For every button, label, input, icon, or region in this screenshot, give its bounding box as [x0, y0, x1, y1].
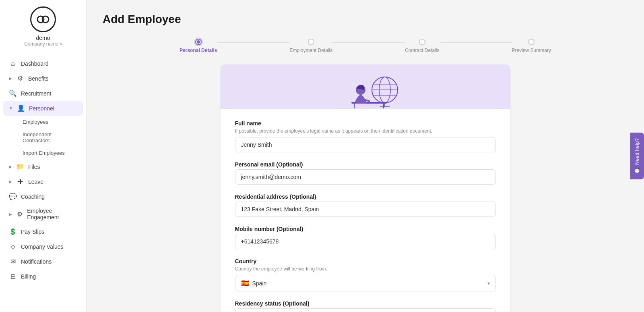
sidebar-item-coaching[interactable]: 💬 Coaching: [3, 189, 83, 204]
leave-icon: ✚: [16, 178, 24, 185]
country-label: Country: [235, 258, 496, 264]
mobile-number-input[interactable]: [235, 234, 496, 249]
sidebar-item-label: Benefits: [28, 75, 49, 82]
sidebar-item-import-employees[interactable]: Import Employees: [17, 147, 83, 159]
values-icon: ◇: [9, 243, 17, 250]
chevron-right-icon: ▶: [9, 212, 12, 216]
sidebar: demo Company name ⌂ Dashboard ▶ ⚙ Benefi…: [0, 0, 87, 312]
step-circle-1: [195, 39, 202, 45]
sidebar-item-label: Billing: [21, 273, 36, 280]
sidebar-item-independent-contractors[interactable]: Independent Contractors: [17, 128, 83, 147]
step-line-1: [217, 42, 289, 43]
sidebar-item-label: Notifications: [21, 258, 52, 265]
step-preview-summary: Preview Summary: [512, 39, 551, 53]
sidebar-item-label: Files: [28, 164, 40, 170]
sidebar-item-dashboard[interactable]: ⌂ Dashboard: [3, 56, 83, 71]
company-name-dropdown[interactable]: Company name: [24, 41, 62, 47]
step-circle-3: [419, 39, 425, 45]
sidebar-item-recruitment[interactable]: 🔍 Recruitment: [3, 86, 83, 101]
sidebar-item-benefits[interactable]: ▶ ⚙ Benefits: [3, 71, 83, 86]
form-banner: [221, 64, 510, 109]
notifications-icon: ✉: [9, 258, 17, 265]
country-name: Spain: [252, 280, 267, 287]
country-hint: Country the employee will be working fro…: [235, 266, 496, 272]
step-label-3: Contract Details: [405, 48, 439, 53]
residency-status-label: Residency status (Optional): [235, 300, 496, 307]
step-label-1: Personal Details: [180, 48, 217, 53]
svg-point-1: [42, 16, 49, 23]
full-name-hint: If possible, provide the employee's lega…: [235, 128, 496, 134]
sidebar-item-leave[interactable]: ▶ ✚ Leave: [3, 174, 83, 189]
need-help-button[interactable]: 💬 Need help?: [630, 133, 644, 179]
payslips-icon: 💲: [9, 228, 17, 235]
main-content: Add Employee Personal Details Employment…: [87, 0, 644, 312]
sidebar-item-notifications[interactable]: ✉ Notifications: [3, 254, 83, 269]
personal-email-input[interactable]: [235, 169, 496, 185]
personnel-submenu: Employees Independent Contractors Import…: [3, 116, 83, 159]
step-circle-4: [528, 39, 535, 45]
sidebar-item-employees[interactable]: Employees: [17, 116, 83, 128]
step-label-2: Employment Details: [289, 48, 332, 53]
mobile-number-label: Mobile number (Optional): [235, 226, 496, 232]
chevron-down-icon: ▾: [487, 281, 490, 286]
chevron-down-icon: ▼: [9, 106, 13, 110]
chevron-right-icon: ▶: [9, 76, 12, 81]
residential-address-group: Residential address (Optional): [235, 193, 496, 217]
step-line-2: [332, 42, 405, 43]
sidebar-subitem-label: Employees: [23, 119, 48, 125]
residency-status-select[interactable]: Citizen ▾: [235, 308, 496, 312]
logo-icon: [30, 6, 56, 32]
stepper: Personal Details Employment Details Cont…: [103, 39, 628, 53]
coaching-icon: 💬: [9, 193, 17, 200]
step-line-3: [440, 42, 512, 43]
sidebar-item-employee-engagement[interactable]: ▶ ⚙ Employee Engagement: [3, 204, 83, 224]
sidebar-item-label: Recruitment: [21, 90, 51, 97]
form-body: Full name If possible, provide the emplo…: [221, 109, 510, 312]
engagement-icon: ⚙: [16, 210, 23, 218]
logo-wrapper: demo Company name: [24, 6, 62, 47]
full-name-group: Full name If possible, provide the emplo…: [235, 120, 496, 152]
sidebar-subitem-label: Import Employees: [23, 150, 65, 156]
personal-email-label: Personal email (Optional): [235, 161, 496, 168]
sidebar-item-company-values[interactable]: ◇ Company Values: [3, 239, 83, 254]
sidebar-item-label: Personnel: [29, 105, 54, 112]
chat-icon: 💬: [634, 167, 640, 174]
sidebar-subitem-label: Independent Contractors: [23, 131, 77, 144]
sidebar-item-files[interactable]: ▶ 📁 Files: [3, 159, 83, 174]
country-group: Country Country the employee will be wor…: [235, 258, 496, 291]
step-label-4: Preview Summary: [512, 48, 551, 53]
residential-address-label: Residential address (Optional): [235, 193, 496, 200]
step-employment-details: Employment Details: [289, 39, 332, 53]
billing-icon: ⊟: [9, 272, 17, 280]
need-help-label: Need help?: [634, 138, 640, 165]
personal-email-group: Personal email (Optional): [235, 161, 496, 185]
step-circle-2: [308, 39, 314, 45]
sidebar-item-label: Dashboard: [21, 60, 49, 67]
benefits-icon: ⚙: [16, 75, 24, 82]
sidebar-item-personnel[interactable]: ▼ 👤 Personnel: [3, 101, 83, 116]
country-select-value: 🇪🇸 Spain: [241, 279, 267, 287]
company-username: demo: [36, 35, 50, 41]
step-personal-details: Personal Details: [180, 39, 217, 53]
sidebar-item-label: Pay Slips: [21, 229, 44, 235]
full-name-input[interactable]: [235, 137, 496, 152]
sidebar-item-pay-slips[interactable]: 💲 Pay Slips: [3, 224, 83, 239]
country-select[interactable]: 🇪🇸 Spain ▾: [235, 275, 496, 291]
sidebar-nav: ⌂ Dashboard ▶ ⚙ Benefits 🔍 Recruitment ▼…: [0, 56, 86, 284]
sidebar-item-label: Coaching: [21, 193, 45, 200]
search-icon: 🔍: [9, 89, 17, 97]
form-card: Full name If possible, provide the emplo…: [221, 64, 510, 312]
sidebar-item-label: Company Values: [21, 243, 64, 250]
personnel-icon: 👤: [17, 104, 25, 112]
sidebar-item-billing[interactable]: ⊟ Billing: [3, 269, 83, 284]
files-icon: 📁: [16, 163, 24, 171]
residential-address-input[interactable]: [235, 202, 496, 217]
country-flag: 🇪🇸: [241, 279, 249, 287]
residency-status-group: Residency status (Optional) Citizen ▾ Le…: [235, 300, 496, 312]
sidebar-item-label: Leave: [28, 179, 43, 185]
mobile-number-group: Mobile number (Optional): [235, 226, 496, 249]
chevron-right-icon: ▶: [9, 164, 12, 169]
home-icon: ⌂: [9, 60, 17, 67]
full-name-label: Full name: [235, 120, 496, 127]
sidebar-item-label: Employee Engagement: [27, 208, 77, 220]
